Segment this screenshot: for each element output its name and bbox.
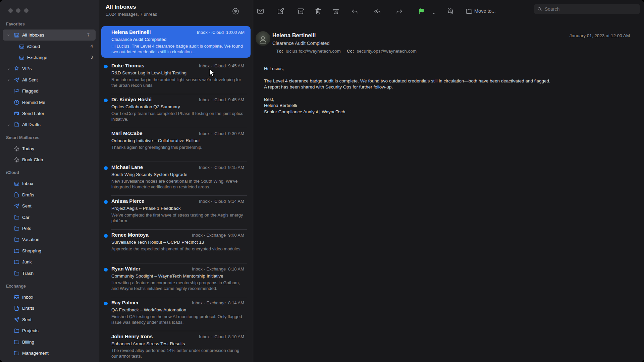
sidebar-item-vips[interactable]: VIPs <box>0 63 99 74</box>
unread-dot <box>104 166 108 170</box>
message-row-kimiyo-hoshi[interactable]: Dr. Kimiyo Hoshi Inbox - iCloud9:45 AM O… <box>99 94 253 128</box>
message-sender: Renee Montoya <box>111 232 149 238</box>
sidebar-item-label: Exchange <box>27 55 47 60</box>
get-mail-button[interactable] <box>256 7 264 15</box>
sidebar-item-label: Book Club <box>22 157 43 162</box>
to-label: To: <box>276 49 283 54</box>
sidebar-item-icloud-trash[interactable]: Trash <box>0 267 99 279</box>
filter-icon <box>232 7 239 15</box>
search-input[interactable] <box>534 4 640 14</box>
message-row-ray-palmer[interactable]: Ray Palmer Inbox - Exchange8:14 AM QA Fe… <box>99 297 253 331</box>
sidebar-item-exchange-billing[interactable]: Billing <box>0 336 99 347</box>
message-row-john-henry-irons[interactable]: John Henry Irons Inbox - iCloud8:10 AM E… <box>99 331 253 362</box>
message-row-mari-mccabe[interactable]: Mari McCabe Inbox - iCloud9:30 AM Onboar… <box>99 128 253 162</box>
sidebar-item-icloud-vacation[interactable]: Vacation <box>0 234 99 245</box>
sidebar-item-icloud-shopping[interactable]: Shopping <box>0 245 99 256</box>
message-list-pane: Helena Bertinelli Inbox - iCloud10:00 AM… <box>99 0 253 362</box>
reply-all-button[interactable] <box>373 7 381 15</box>
message-meta: Inbox - iCloud9:15 AM <box>199 165 244 170</box>
sidebar-item-book-club[interactable]: Book Club <box>0 154 99 165</box>
message-row-michael-lane[interactable]: Michael Lane Inbox - iCloud9:15 AM South… <box>99 162 253 196</box>
junk-button[interactable] <box>332 7 340 15</box>
sidebar-item-label: Junk <box>22 259 32 264</box>
message-preview: The revised alloy performed 14% better u… <box>111 348 244 359</box>
forward-button[interactable] <box>395 7 403 15</box>
chevron-right-icon[interactable] <box>7 67 11 71</box>
tray-icon <box>13 294 20 301</box>
tray-icon <box>18 43 25 50</box>
chevron-right-icon[interactable] <box>7 123 11 127</box>
chevron-right-icon[interactable] <box>7 78 11 82</box>
sidebar-item-favorites-exchange[interactable]: Exchange 3 <box>0 52 99 63</box>
sidebar-item-favorites-icloud[interactable]: iCloud 4 <box>0 41 99 52</box>
message-date: January 01, 2023 at 12:00 AM <box>570 33 630 38</box>
filter-button[interactable] <box>231 7 239 15</box>
window-close-button[interactable] <box>8 8 13 13</box>
message-sender: Ryan Wilder <box>111 266 141 272</box>
cc-address[interactable]: security.ops@waynetech.com <box>357 49 417 54</box>
sidebar-item-exchange-sent[interactable]: Sent <box>0 314 99 325</box>
message-row-anissa-pierce[interactable]: Anissa Pierce Inbox - iCloud9:14 AM Proj… <box>99 196 253 230</box>
message-subject: Project Aegis – Phase 1 Feedback <box>111 206 244 211</box>
sidebar-item-label: Inbox <box>22 181 33 186</box>
message-sender: Helena Bertinelli <box>111 29 151 35</box>
trash-button[interactable] <box>314 7 322 15</box>
unread-count-badge: 4 <box>91 44 95 49</box>
window-zoom-button[interactable] <box>24 8 29 13</box>
sidebar-item-exchange-projects[interactable]: Projects <box>0 325 99 336</box>
chevron-down-icon[interactable] <box>7 33 11 37</box>
compose-button[interactable] <box>276 7 284 15</box>
trash-icon <box>314 7 322 15</box>
message-row-renee-montoya[interactable]: Renee Montoya Inbox - Exchange9:00 AM Su… <box>99 230 253 263</box>
flag-menu-button[interactable] <box>430 9 438 17</box>
unread-count-badge: 7 <box>87 33 92 38</box>
message-meta: Inbox - iCloud9:14 AM <box>199 199 244 204</box>
to-address[interactable]: lucius.fox@waynetech.com <box>286 49 341 54</box>
move-to-button[interactable] <box>465 7 473 15</box>
reply-button[interactable] <box>351 7 359 15</box>
mouse-cursor <box>209 69 217 78</box>
sidebar-item-icloud-car[interactable]: Car <box>0 212 99 223</box>
tray-stack-icon <box>13 32 20 39</box>
sidebar-item-send-later[interactable]: Send Later <box>0 108 99 119</box>
sidebar-item-label: Sent <box>22 317 32 322</box>
sidebar-item-exchange-drafts[interactable]: Drafts <box>0 303 99 314</box>
sidebar-item-icloud-junk[interactable]: Junk <box>0 256 99 267</box>
message-row-ryan-wilder[interactable]: Ryan Wilder Inbox - Exchange8:18 AM Comm… <box>99 263 253 297</box>
sidebar-item-exchange-management[interactable]: Management <box>0 348 99 359</box>
document-icon <box>13 305 20 312</box>
sidebar-item-flagged[interactable]: Flagged <box>0 85 99 97</box>
message-subject: QA Feedback – Workflow Automation <box>111 307 244 312</box>
section-label-smart-mailboxes: Smart Mailboxes <box>6 135 99 140</box>
sidebar-item-icloud-sent[interactable]: Sent <box>0 200 99 212</box>
unread-dot <box>104 65 108 68</box>
message-preview: Finished QA testing on the new AI monito… <box>111 314 244 325</box>
sidebar-item-label: Projects <box>22 328 39 333</box>
clock-icon <box>13 99 20 106</box>
window-minimize-button[interactable] <box>16 8 20 13</box>
sidebar-item-exchange-inbox[interactable]: Inbox <box>0 292 99 303</box>
message-row-duke-thomas[interactable]: Duke Thomas Inbox - iCloud9:45 AM R&D Se… <box>99 60 253 94</box>
sidebar-item-icloud-inbox[interactable]: Inbox <box>0 178 99 189</box>
forward-icon <box>395 7 403 15</box>
sidebar-item-icloud-pets[interactable]: Pets <box>0 223 99 234</box>
flag-button[interactable] <box>417 7 425 15</box>
message-row-helena-bertinelli[interactable]: Helena Bertinelli Inbox - iCloud10:00 AM… <box>101 26 251 58</box>
sender-avatar <box>256 31 270 46</box>
search-field[interactable] <box>534 4 640 14</box>
message-subject: Clearance Audit Completed <box>111 37 245 42</box>
body-line: Best, <box>264 97 624 103</box>
move-to-label[interactable]: Move to... <box>474 8 496 14</box>
folder-icon <box>13 350 20 356</box>
sidebar-item-remind-me[interactable]: Remind Me <box>0 97 99 108</box>
sidebar-item-icloud-drafts[interactable]: Drafts <box>0 189 99 200</box>
sidebar-item-all-sent[interactable]: All Sent <box>0 74 99 85</box>
sidebar-item-all-inboxes[interactable]: All Inboxes 7 <box>3 29 96 41</box>
folder-icon <box>465 7 473 15</box>
sidebar-item-today[interactable]: Today <box>0 143 99 154</box>
folder-icon <box>13 247 20 254</box>
folder-icon <box>13 259 20 265</box>
sidebar-item-all-drafts[interactable]: All Drafts <box>0 119 99 130</box>
archive-button[interactable] <box>297 7 305 15</box>
mute-button[interactable] <box>446 7 454 15</box>
